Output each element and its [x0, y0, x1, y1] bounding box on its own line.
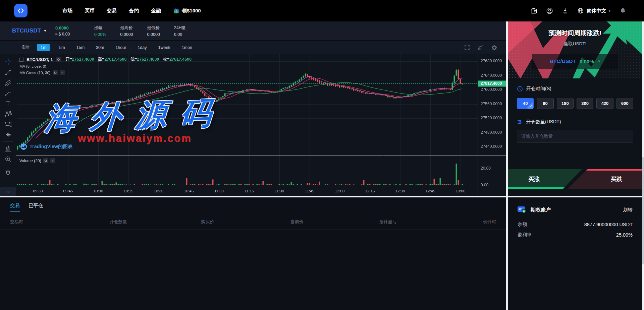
- ohlc-label: 低=: [130, 57, 137, 62]
- fullscreen-icon[interactable]: [464, 45, 470, 51]
- scrollbar-thumb[interactable]: [642, 157, 644, 264]
- candlestick-chart-canvas[interactable]: [16, 54, 506, 196]
- xabcd-pattern-tool-icon[interactable]: [0, 109, 16, 119]
- account-row: 余额8877.90000000 USDT: [518, 222, 633, 228]
- nav-item[interactable]: 交易: [107, 8, 117, 14]
- gann-tools-icon[interactable]: [0, 77, 16, 88]
- open-time-option-420[interactable]: 420: [596, 98, 613, 109]
- column-header: 倒计时: [433, 219, 496, 225]
- market-stats: 涨幅0.00%最高价0.0000最低价0.000024H量0.00: [80, 25, 186, 37]
- column-header: 当前价: [252, 219, 342, 225]
- interval-button-1week[interactable]: 1week: [156, 44, 172, 51]
- banner-subtitle: 赢取USDT!: [508, 41, 642, 47]
- volume-close-icon[interactable]: ×: [50, 158, 55, 163]
- interval-button-1day[interactable]: 1day: [136, 44, 149, 51]
- interval-button-30m[interactable]: 30m: [94, 44, 106, 51]
- indicator-close-icon[interactable]: ×: [60, 70, 65, 75]
- realtime-button[interactable]: 实时: [21, 45, 30, 50]
- open-time-option-40[interactable]: 40✓: [517, 98, 534, 109]
- transfer-link[interactable]: 划转: [623, 207, 633, 213]
- market-header: BTC/USDT ▼ 0.0000 ≈ $ 0.00 涨幅0.00%最高价0.0…: [0, 21, 506, 40]
- banner-pair-selector[interactable]: BTC/USDT 0.00% ▼: [532, 54, 618, 69]
- volume-gear-icon[interactable]: [43, 158, 48, 163]
- chevron-down-icon: ▼: [597, 60, 600, 63]
- position-tool-icon[interactable]: [0, 119, 16, 129]
- globe-icon: [577, 7, 584, 14]
- trendline-tool-icon[interactable]: [0, 67, 16, 77]
- open-time-option-600[interactable]: 600: [616, 98, 633, 109]
- user-icon[interactable]: [546, 7, 553, 14]
- ohlc-item: 开=27617.4600: [65, 57, 94, 62]
- volume-legend-label: Volume (20): [19, 159, 41, 163]
- interval-button-15m[interactable]: 15m: [74, 44, 87, 51]
- indicator-gear-icon[interactable]: [53, 70, 58, 75]
- settings-gear-icon[interactable]: [491, 45, 497, 51]
- interval-button-5m[interactable]: 5m: [57, 44, 67, 51]
- wallet-icon[interactable]: [530, 7, 537, 14]
- indicators-icon[interactable]: [478, 45, 484, 51]
- open-time-label: 开仓时间(S): [526, 86, 551, 92]
- download-icon[interactable]: [561, 7, 569, 14]
- chart-legend: – BTC/USDT, 1 开=27617.4600高=27617.4600低=…: [19, 57, 192, 75]
- app-logo[interactable]: [14, 4, 28, 17]
- interval-buttons: 1m5m15m30m1hour1day1week1mon: [37, 44, 194, 51]
- chart-toolbar: 实时 1m5m15m30m1hour1day1week1mon: [0, 40, 506, 54]
- trading-app: 市场买币交易合约金融 领$1000: [0, 0, 644, 310]
- bonus-button[interactable]: 领$1000: [173, 8, 201, 14]
- account-row-value: 25.00%: [616, 232, 633, 238]
- amount-input[interactable]: [517, 130, 633, 142]
- ohlc-item: 低=27617.4600: [130, 57, 159, 62]
- column-header: 预计盈亏: [342, 219, 433, 225]
- nav-item[interactable]: 买币: [85, 8, 95, 14]
- column-header: 交易对: [10, 219, 73, 225]
- nav-item[interactable]: 合约: [129, 8, 139, 14]
- chart-area: – BTC/USDT, 1 开=27617.4600高=27617.4600低=…: [0, 54, 506, 196]
- check-icon: ✓: [529, 104, 532, 109]
- bar-pattern-tool-icon[interactable]: [0, 143, 16, 154]
- tradingview-logo-icon: [20, 143, 27, 150]
- arrow-left-icon[interactable]: [0, 129, 16, 140]
- interval-button-1m[interactable]: 1m: [37, 44, 50, 51]
- code-logo-icon: [17, 7, 24, 14]
- pair-name: BTC/USDT: [12, 27, 41, 34]
- interval-button-1mon[interactable]: 1mon: [180, 44, 194, 51]
- open-time-option-180[interactable]: 180: [557, 98, 574, 109]
- stat-value: 0.00: [174, 32, 182, 37]
- pair-selector[interactable]: BTC/USDT ▼: [12, 27, 47, 34]
- gift-icon: [173, 8, 179, 14]
- account-card-icon: [518, 206, 526, 213]
- interval-button-1hour[interactable]: 1hour: [113, 44, 128, 51]
- positions-tab[interactable]: 交易: [10, 202, 20, 212]
- trade-panel: 预测时间周期涨跌! 赢取USDT! BTC/USDT 0.00% ▼ 开仓时间(…: [508, 21, 642, 196]
- collapse-chevron-icon[interactable]: [0, 187, 16, 196]
- column-header: 开仓数量: [73, 219, 164, 225]
- language-selector[interactable]: 简体中文 ‹: [577, 7, 611, 14]
- column-header: 购买价: [164, 219, 252, 225]
- zoom-in-icon[interactable]: [0, 154, 16, 164]
- nav-item[interactable]: 市场: [62, 8, 72, 14]
- price-block: 0.0000 ≈ $ 0.00: [55, 25, 80, 37]
- account-row-label: 盈利率: [518, 232, 532, 238]
- positions-tab[interactable]: 已平仓: [29, 202, 43, 212]
- market-stat: 24H量0.00: [174, 25, 186, 37]
- nav-item[interactable]: 金融: [151, 8, 161, 14]
- legend-collapse-icon[interactable]: –: [19, 58, 23, 62]
- open-time-option-80[interactable]: 80: [537, 98, 553, 109]
- market-stat: 最高价0.0000: [120, 25, 133, 37]
- account-rows: 余额8877.90000000 USDT盈利率25.00%: [518, 222, 633, 238]
- account-row-value: 8877.90000000 USDT: [584, 222, 633, 227]
- top-navbar: 市场买币交易合约金融 领$1000: [0, 0, 644, 21]
- brush-tool-icon[interactable]: [0, 88, 16, 98]
- tradingview-attribution[interactable]: TradingView的图表: [20, 143, 73, 150]
- open-time-option-300[interactable]: 300: [577, 98, 593, 109]
- ohlc-value: 27617.4600: [104, 57, 126, 62]
- magnet-icon[interactable]: [0, 168, 16, 178]
- toolbar-divider: [3, 141, 13, 142]
- text-tool-icon[interactable]: [0, 98, 16, 109]
- coins-icon: [517, 119, 523, 125]
- crosshair-tool-icon[interactable]: [0, 57, 16, 67]
- banner-change: 0.00%: [580, 59, 594, 64]
- notification-bell-icon[interactable]: [619, 7, 627, 14]
- stat-label: 最高价: [120, 25, 133, 31]
- legend-gear-icon[interactable]: [56, 57, 61, 62]
